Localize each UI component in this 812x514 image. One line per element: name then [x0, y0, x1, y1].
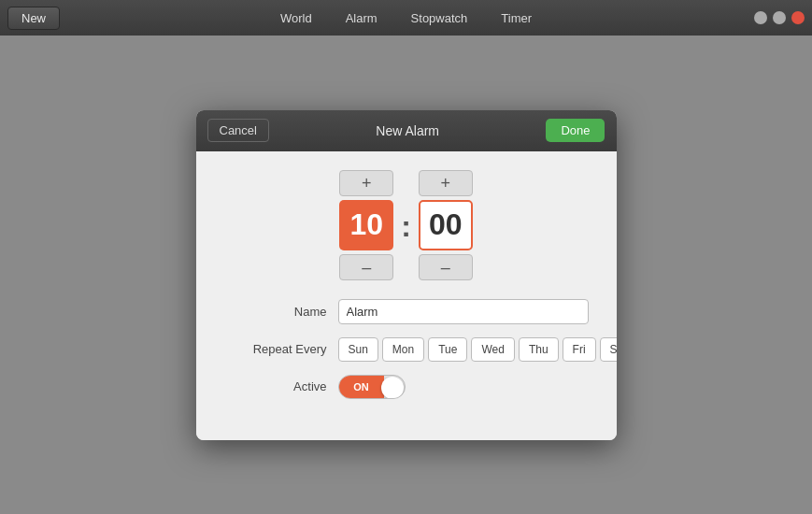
- dialog-title: New Alarm: [376, 123, 439, 138]
- window-controls: [754, 11, 805, 24]
- day-wed[interactable]: Wed: [471, 337, 514, 362]
- hours-decrement-button[interactable]: –: [339, 254, 393, 280]
- tab-stopwatch[interactable]: Stopwatch: [394, 6, 485, 31]
- dialog-titlebar: Cancel New Alarm Done: [196, 110, 617, 151]
- active-label: Active: [224, 379, 327, 393]
- new-alarm-dialog: Cancel New Alarm Done + 10 – : + 00 –: [196, 110, 617, 440]
- repeat-row: Repeat Every Sun Mon Tue Wed Thu Fri Sat: [224, 337, 589, 362]
- time-picker: + 10 – : + 00 –: [224, 170, 589, 280]
- time-colon: :: [401, 209, 411, 244]
- main-content: Cancel New Alarm Done + 10 – : + 00 –: [0, 36, 812, 514]
- minimize-button[interactable]: [754, 11, 767, 24]
- tab-world[interactable]: World: [264, 6, 329, 31]
- minutes-decrement-button[interactable]: –: [419, 254, 473, 280]
- close-button[interactable]: [791, 11, 805, 24]
- minutes-increment-button[interactable]: +: [419, 170, 473, 196]
- new-button[interactable]: New: [7, 7, 60, 30]
- toggle-knob: [381, 377, 404, 399]
- day-thu[interactable]: Thu: [519, 337, 559, 362]
- day-buttons: Sun Mon Tue Wed Thu Fri Sat: [338, 337, 617, 362]
- day-mon[interactable]: Mon: [382, 337, 424, 362]
- cancel-button[interactable]: Cancel: [207, 119, 269, 142]
- tab-alarm[interactable]: Alarm: [329, 6, 394, 31]
- minutes-value[interactable]: 00: [419, 200, 473, 250]
- day-tue[interactable]: Tue: [428, 337, 467, 362]
- hours-spinner: + 10 –: [339, 170, 393, 280]
- active-toggle[interactable]: ON: [338, 375, 406, 399]
- name-label: Name: [224, 305, 327, 319]
- toggle-on-label: ON: [339, 376, 384, 398]
- name-row: Name: [224, 299, 589, 324]
- tab-timer[interactable]: Timer: [484, 6, 548, 31]
- active-row: Active ON: [224, 375, 589, 399]
- maximize-button[interactable]: [773, 11, 786, 24]
- done-button[interactable]: Done: [546, 119, 605, 142]
- tab-group: World Alarm Stopwatch Timer: [264, 6, 548, 31]
- titlebar: New World Alarm Stopwatch Timer: [0, 0, 812, 36]
- name-input[interactable]: [338, 299, 589, 324]
- day-fri[interactable]: Fri: [563, 337, 596, 362]
- hours-increment-button[interactable]: +: [339, 170, 393, 196]
- day-sun[interactable]: Sun: [338, 337, 378, 362]
- minutes-spinner: + 00 –: [419, 170, 473, 280]
- dialog-body: + 10 – : + 00 – Name Repeat Every: [196, 151, 617, 440]
- hours-value[interactable]: 10: [339, 200, 393, 250]
- repeat-label: Repeat Every: [224, 342, 327, 356]
- day-sat[interactable]: Sat: [600, 337, 617, 362]
